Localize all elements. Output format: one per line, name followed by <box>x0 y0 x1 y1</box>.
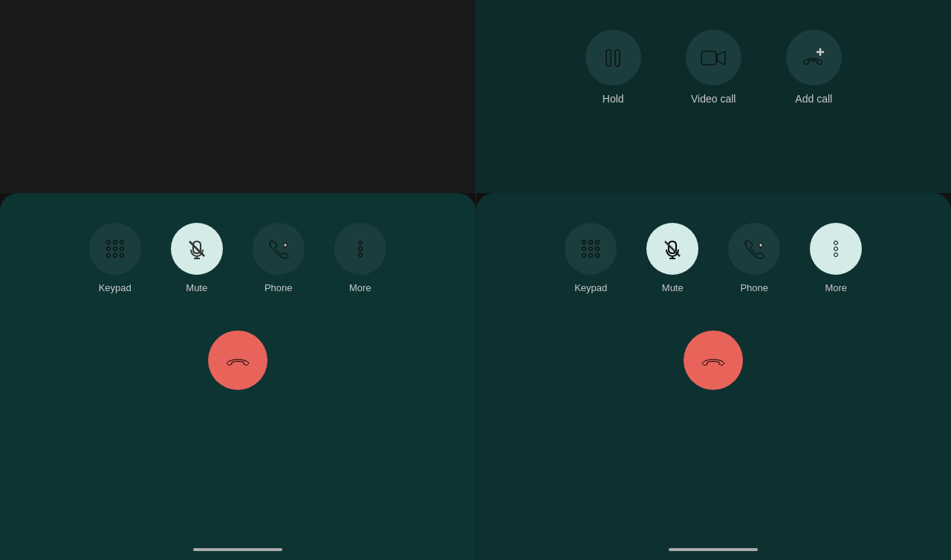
right-keypad-circle <box>565 223 617 275</box>
left-more-button[interactable]: More <box>331 223 390 293</box>
right-more-circle <box>810 223 862 275</box>
left-panel: Keypad Mute <box>0 0 476 560</box>
svg-rect-18 <box>701 51 716 65</box>
svg-point-25 <box>582 247 586 251</box>
svg-point-7 <box>113 254 117 258</box>
right-home-indicator <box>669 548 758 551</box>
add-call-label: Add call <box>795 93 832 105</box>
right-control-row: Keypad Mute <box>491 223 937 293</box>
svg-point-24 <box>596 241 600 244</box>
svg-point-29 <box>589 254 593 258</box>
right-bottom-area: Keypad Mute <box>476 193 952 560</box>
left-keypad-label: Keypad <box>99 282 132 293</box>
right-top-area: Hold Video call <box>476 0 952 193</box>
add-call-button[interactable]: Add call <box>786 30 842 105</box>
left-control-row: Keypad Mute <box>15 223 461 293</box>
right-keypad-label: Keypad <box>574 282 607 293</box>
left-keypad-button[interactable]: Keypad <box>85 223 145 293</box>
right-more-button[interactable]: More <box>806 223 866 293</box>
svg-point-28 <box>582 254 586 258</box>
left-more-circle <box>334 223 386 275</box>
svg-point-1 <box>113 241 117 244</box>
hold-button[interactable]: Hold <box>585 30 641 105</box>
svg-point-35 <box>834 241 838 245</box>
svg-point-23 <box>589 241 593 244</box>
left-mute-circle <box>171 223 223 275</box>
left-home-indicator <box>193 548 282 551</box>
right-end-call-button[interactable] <box>684 331 743 390</box>
left-top-area <box>0 0 476 193</box>
right-phone-button[interactable]: Phone <box>724 223 784 293</box>
svg-rect-16 <box>606 50 611 66</box>
add-call-circle <box>786 30 842 85</box>
svg-point-15 <box>358 253 362 257</box>
video-call-label: Video call <box>691 93 736 105</box>
right-mute-circle <box>646 223 698 275</box>
right-phone-label: Phone <box>740 282 768 293</box>
svg-point-27 <box>596 247 600 251</box>
video-call-button[interactable]: Video call <box>686 30 741 105</box>
svg-marker-19 <box>717 51 725 65</box>
svg-point-13 <box>358 241 362 245</box>
svg-point-5 <box>120 247 123 251</box>
right-top-buttons: Hold Video call <box>476 0 952 112</box>
svg-marker-12 <box>283 244 288 248</box>
hold-label: Hold <box>603 93 624 105</box>
svg-point-30 <box>596 254 600 258</box>
svg-point-0 <box>106 241 110 244</box>
svg-point-37 <box>834 253 838 257</box>
svg-point-26 <box>589 247 593 251</box>
right-mute-label: Mute <box>662 282 684 293</box>
left-end-call-button[interactable] <box>208 331 267 390</box>
right-mute-button[interactable]: Mute <box>643 223 702 293</box>
left-phone-button[interactable]: Phone <box>249 223 308 293</box>
svg-point-2 <box>120 241 123 244</box>
svg-point-6 <box>106 254 110 258</box>
left-phone-label: Phone <box>264 282 293 293</box>
svg-point-3 <box>106 247 110 251</box>
svg-point-8 <box>120 254 123 258</box>
hold-circle <box>585 30 641 85</box>
svg-rect-17 <box>615 50 620 66</box>
right-phone-circle <box>728 223 780 275</box>
right-keypad-button[interactable]: Keypad <box>561 223 620 293</box>
right-more-label: More <box>825 282 847 293</box>
svg-point-36 <box>834 247 838 251</box>
left-phone-circle <box>253 223 305 275</box>
left-mute-label: Mute <box>186 282 207 293</box>
svg-point-14 <box>358 247 362 251</box>
right-panel: Hold Video call <box>476 0 952 560</box>
left-bottom-area: Keypad Mute <box>0 193 476 560</box>
svg-point-4 <box>113 247 117 251</box>
left-keypad-circle <box>89 223 141 275</box>
svg-marker-34 <box>759 244 763 248</box>
left-more-label: More <box>349 282 371 293</box>
svg-point-22 <box>582 241 586 244</box>
video-call-circle <box>686 30 741 85</box>
left-mute-button[interactable]: Mute <box>167 223 227 293</box>
